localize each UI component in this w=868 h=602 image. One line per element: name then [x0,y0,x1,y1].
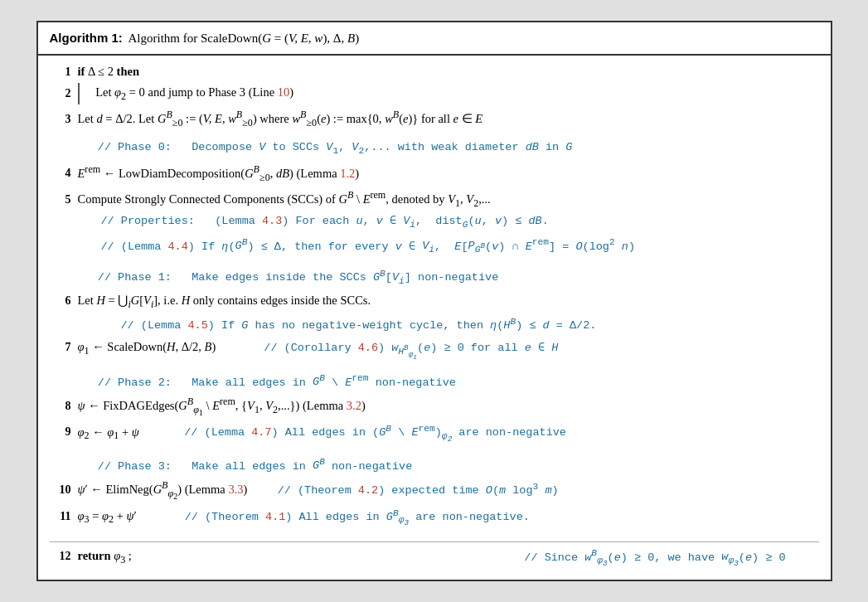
line-content-9: φ2 ← φ1 + ψ // (Lemma 4.7) All edges in … [78,422,819,446]
algo-header: Algorithm 1: Algorithm for ScaleDown(G =… [38,22,831,56]
line-2: 2 Let φ2 = 0 and jump to Phase 3 (Line 1… [50,82,819,106]
vbar-2 [78,83,93,104]
line-3: 3 Let d = Δ/2. Let GB≥0 := (V, E, wB≥0) … [50,106,819,132]
line-9: 9 φ2 ← φ1 + ψ // (Lemma 4.7) All edges i… [50,420,819,447]
line-num-7: 7 [50,338,71,357]
line-num-8: 8 [50,397,71,415]
comment-lemma44-text: // (Lemma 4.4) If η(GB) ≤ Δ, then for ev… [78,235,819,258]
line-content-8: ψ ← FixDAGEdges(GBφ1 \ Erem, {V1, V2,...… [78,394,819,420]
comment-properties-text: // Properties: (Lemma 4.3) For each u, v… [78,213,819,232]
line-num-9: 9 [50,423,71,441]
line-content-7: φ1 ← ScaleDown(H, Δ/2, B) // (Corollary … [78,337,819,362]
line-num-2: 2 [50,83,71,104]
line-num-5: 5 [50,191,71,209]
line-content-11: φ3 = φ2 + ψ′ // (Theorem 4.1) All edges … [78,506,819,530]
line-num-10: 10 [50,481,71,499]
comment-phase0-text: // Phase 0: Decompose V to SCCs V1, V2,.… [78,139,819,158]
line-content-12: return φ3 ; // Since wBφ3(e) ≥ 0, we hav… [78,546,819,570]
line-num-12: 12 [50,547,71,566]
line-content-3: Let d = Δ/2. Let GB≥0 := (V, E, wB≥0) wh… [78,107,819,130]
line-content-1: if Δ ≤ 2 then [78,62,819,80]
algo-body: 1 if Δ ≤ 2 then 2 Let φ2 = 0 and jump to… [38,56,831,580]
line-content-5: Compute Strongly Connected Components (S… [78,187,819,211]
line-7: 7 φ1 ← ScaleDown(H, Δ/2, B) // (Corollar… [50,336,819,363]
comment-phase2: // Phase 2: Make all edges in GB \ Erem … [50,370,819,392]
comment-phase3: // Phase 3: Make all edges in GB non-neg… [50,454,819,476]
line-num-3: 3 [50,110,71,129]
line-10: 10 ψ′ ← ElimNeg(GBφ2) (Lemma 3.3) // (Th… [50,477,819,505]
line-5: 5 Compute Strongly Connected Components … [50,187,819,212]
line-8: 8 ψ ← FixDAGEdges(GBφ1 \ Erem, {V1, V2,.… [50,393,819,421]
comment-phase3-text: // Phase 3: Make all edges in GB non-neg… [78,455,819,475]
line-12: 12 return φ3 ; // Since wBφ3(e) ≥ 0, we … [50,541,819,571]
comment-lemma44: // (Lemma 4.4) If η(GB) ≤ Δ, then for ev… [50,234,819,259]
comment-phase2-text: // Phase 2: Make all edges in GB \ Erem … [78,371,819,391]
comment-phase1-text: // Phase 1: Make edges inside the SCCs G… [78,266,819,289]
line-content-2: Let φ2 = 0 and jump to Phase 3 (Line 10) [93,83,819,104]
comment-phase1: // Phase 1: Make edges inside the SCCs G… [50,265,819,290]
comment-phase0: // Phase 0: Decompose V to SCCs V1, V2,.… [50,138,819,160]
line-6: 6 Let H = ⋃iG[Vi], i.e. H only contains … [50,289,819,313]
line-num-11: 11 [50,507,71,526]
comment-lemma45: // (Lemma 4.5) If G has no negative-weig… [50,313,819,336]
line-content-4: Erem ← LowDiamDecomposition(GB≥0, dB) (L… [78,162,819,185]
line-4: 4 Erem ← LowDiamDecomposition(GB≥0, dB) … [50,160,819,186]
line-num-6: 6 [50,292,71,310]
comment-lemma45-text: // (Lemma 4.5) If G has no negative-weig… [78,314,819,334]
line-content-6: Let H = ⋃iG[Vi], i.e. H only contains ed… [78,291,819,313]
line-11: 11 φ3 = φ2 + ψ′ // (Theorem 4.1) All edg… [50,505,819,532]
line-1: 1 if Δ ≤ 2 then [50,61,819,82]
line-num-1: 1 [50,63,71,81]
algo-label: Algorithm 1: [50,31,123,45]
line-content-10: ψ′ ← ElimNeg(GBφ2) (Lemma 3.3) // (Theor… [78,478,819,503]
line-num-4: 4 [50,164,71,182]
algorithm-box: Algorithm 1: Algorithm for ScaleDown(G =… [36,21,832,581]
comment-properties: // Properties: (Lemma 4.3) For each u, v… [50,212,819,234]
